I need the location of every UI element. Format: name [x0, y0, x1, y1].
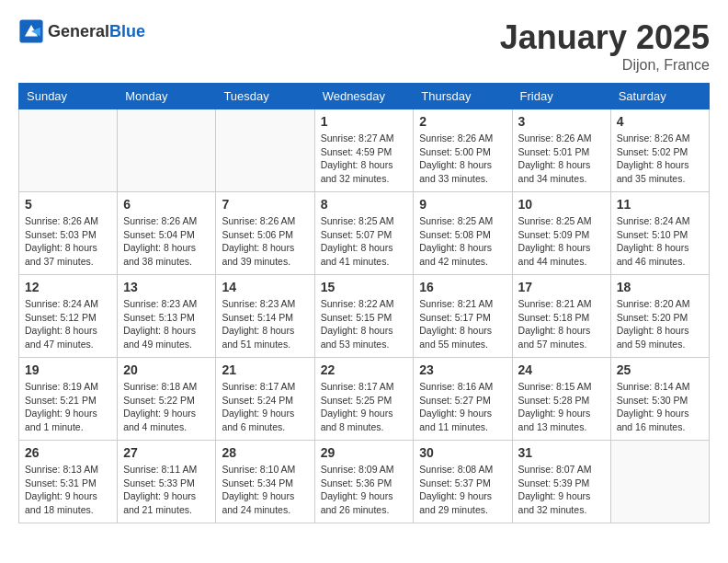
day-number: 11: [617, 197, 703, 212]
day-cell: 10Sunrise: 8:25 AMSunset: 5:09 PMDayligh…: [512, 192, 610, 275]
day-number: 13: [123, 280, 210, 294]
day-cell: 9Sunrise: 8:25 AMSunset: 5:08 PMDaylight…: [414, 192, 512, 275]
day-number: 26: [25, 445, 111, 460]
title-block: January 2025 Dijon, France: [500, 18, 710, 74]
logo-text: GeneralBlue: [48, 22, 145, 41]
day-cell: 13Sunrise: 8:23 AMSunset: 5:13 PMDayligh…: [118, 275, 216, 358]
day-number: 7: [222, 197, 308, 212]
day-info: Sunrise: 8:17 AMSunset: 5:25 PMDaylight:…: [321, 380, 408, 434]
day-number: 30: [419, 445, 506, 460]
day-info: Sunrise: 8:19 AMSunset: 5:21 PMDaylight:…: [25, 380, 111, 434]
day-info: Sunrise: 8:26 AMSunset: 5:06 PMDaylight:…: [222, 214, 308, 269]
day-cell: 8Sunrise: 8:25 AMSunset: 5:07 PMDaylight…: [314, 192, 414, 275]
day-cell: 16Sunrise: 8:21 AMSunset: 5:17 PMDayligh…: [414, 275, 512, 358]
day-info: Sunrise: 8:07 AMSunset: 5:39 PMDaylight:…: [518, 463, 605, 517]
day-info: Sunrise: 8:16 AMSunset: 5:27 PMDaylight:…: [419, 380, 506, 434]
weekday-header-thursday: Thursday: [414, 84, 512, 109]
day-number: 4: [617, 114, 703, 129]
day-number: 8: [321, 197, 408, 212]
day-number: 5: [25, 197, 111, 212]
day-cell: 3Sunrise: 8:26 AMSunset: 5:01 PMDaylight…: [512, 109, 610, 192]
day-info: Sunrise: 8:24 AMSunset: 5:10 PMDaylight:…: [617, 214, 703, 269]
day-info: Sunrise: 8:25 AMSunset: 5:08 PMDaylight:…: [419, 214, 506, 269]
day-number: 25: [617, 362, 703, 377]
day-cell: 15Sunrise: 8:22 AMSunset: 5:15 PMDayligh…: [314, 275, 414, 358]
day-info: Sunrise: 8:13 AMSunset: 5:31 PMDaylight:…: [25, 463, 111, 517]
day-cell: 1Sunrise: 8:27 AMSunset: 4:59 PMDaylight…: [314, 109, 414, 192]
day-info: Sunrise: 8:11 AMSunset: 5:33 PMDaylight:…: [123, 463, 210, 517]
logo-icon: [18, 18, 44, 44]
day-cell: 12Sunrise: 8:24 AMSunset: 5:12 PMDayligh…: [19, 275, 118, 358]
day-info: Sunrise: 8:22 AMSunset: 5:15 PMDaylight:…: [321, 297, 408, 351]
day-info: Sunrise: 8:08 AMSunset: 5:37 PMDaylight:…: [419, 463, 506, 517]
day-cell: 22Sunrise: 8:17 AMSunset: 5:25 PMDayligh…: [314, 358, 414, 441]
day-number: 31: [518, 445, 605, 460]
page-header: GeneralBlue January 2025 Dijon, France: [18, 18, 710, 74]
day-cell: 18Sunrise: 8:20 AMSunset: 5:20 PMDayligh…: [610, 275, 709, 358]
day-cell: 2Sunrise: 8:26 AMSunset: 5:00 PMDaylight…: [414, 109, 512, 192]
day-cell: 19Sunrise: 8:19 AMSunset: 5:21 PMDayligh…: [19, 358, 118, 441]
week-row-3: 12Sunrise: 8:24 AMSunset: 5:12 PMDayligh…: [19, 275, 710, 358]
day-number: 12: [25, 280, 111, 294]
weekday-header-wednesday: Wednesday: [314, 84, 414, 109]
day-number: 9: [419, 197, 506, 212]
day-number: 10: [518, 197, 605, 212]
day-cell: 20Sunrise: 8:18 AMSunset: 5:22 PMDayligh…: [118, 358, 216, 441]
day-number: 23: [419, 362, 506, 377]
month-title: January 2025: [500, 18, 710, 57]
day-cell: 14Sunrise: 8:23 AMSunset: 5:14 PMDayligh…: [216, 275, 314, 358]
week-row-5: 26Sunrise: 8:13 AMSunset: 5:31 PMDayligh…: [19, 441, 710, 523]
day-number: 20: [123, 362, 210, 377]
weekday-header-row: SundayMondayTuesdayWednesdayThursdayFrid…: [19, 84, 710, 109]
weekday-header-saturday: Saturday: [610, 84, 709, 109]
day-cell: 11Sunrise: 8:24 AMSunset: 5:10 PMDayligh…: [610, 192, 709, 275]
logo: GeneralBlue: [18, 18, 145, 44]
day-cell: [610, 441, 709, 523]
day-cell: 21Sunrise: 8:17 AMSunset: 5:24 PMDayligh…: [216, 358, 314, 441]
logo-blue: Blue: [109, 22, 145, 40]
day-cell: 6Sunrise: 8:26 AMSunset: 5:04 PMDaylight…: [118, 192, 216, 275]
day-cell: 24Sunrise: 8:15 AMSunset: 5:28 PMDayligh…: [512, 358, 610, 441]
day-info: Sunrise: 8:17 AMSunset: 5:24 PMDaylight:…: [222, 380, 308, 434]
day-info: Sunrise: 8:09 AMSunset: 5:36 PMDaylight:…: [321, 463, 408, 517]
day-number: 17: [518, 280, 605, 294]
weekday-header-tuesday: Tuesday: [216, 84, 314, 109]
week-row-4: 19Sunrise: 8:19 AMSunset: 5:21 PMDayligh…: [19, 358, 710, 441]
day-cell: 7Sunrise: 8:26 AMSunset: 5:06 PMDaylight…: [216, 192, 314, 275]
day-cell: 23Sunrise: 8:16 AMSunset: 5:27 PMDayligh…: [414, 358, 512, 441]
day-number: 24: [518, 362, 605, 377]
day-number: 16: [419, 280, 506, 294]
day-info: Sunrise: 8:27 AMSunset: 4:59 PMDaylight:…: [321, 132, 408, 186]
calendar-table: SundayMondayTuesdayWednesdayThursdayFrid…: [18, 83, 710, 523]
week-row-2: 5Sunrise: 8:26 AMSunset: 5:03 PMDaylight…: [19, 192, 710, 275]
day-info: Sunrise: 8:14 AMSunset: 5:30 PMDaylight:…: [617, 380, 703, 434]
day-number: 14: [222, 280, 308, 294]
day-cell: 27Sunrise: 8:11 AMSunset: 5:33 PMDayligh…: [118, 441, 216, 523]
day-cell: 28Sunrise: 8:10 AMSunset: 5:34 PMDayligh…: [216, 441, 314, 523]
day-info: Sunrise: 8:20 AMSunset: 5:20 PMDaylight:…: [617, 297, 703, 351]
day-number: 18: [617, 280, 703, 294]
day-number: 27: [123, 445, 210, 460]
day-info: Sunrise: 8:26 AMSunset: 5:01 PMDaylight:…: [518, 132, 605, 186]
day-number: 15: [321, 280, 408, 294]
day-cell: [118, 109, 216, 192]
day-cell: 25Sunrise: 8:14 AMSunset: 5:30 PMDayligh…: [610, 358, 709, 441]
day-number: 3: [518, 114, 605, 129]
day-cell: 29Sunrise: 8:09 AMSunset: 5:36 PMDayligh…: [314, 441, 414, 523]
day-number: 29: [321, 445, 408, 460]
day-cell: [216, 109, 314, 192]
day-info: Sunrise: 8:26 AMSunset: 5:02 PMDaylight:…: [617, 132, 703, 186]
day-info: Sunrise: 8:10 AMSunset: 5:34 PMDaylight:…: [222, 463, 308, 517]
day-info: Sunrise: 8:15 AMSunset: 5:28 PMDaylight:…: [518, 380, 605, 434]
logo-general: General: [48, 22, 109, 40]
day-number: 28: [222, 445, 308, 460]
day-cell: 5Sunrise: 8:26 AMSunset: 5:03 PMDaylight…: [19, 192, 118, 275]
day-cell: 30Sunrise: 8:08 AMSunset: 5:37 PMDayligh…: [414, 441, 512, 523]
day-info: Sunrise: 8:25 AMSunset: 5:07 PMDaylight:…: [321, 214, 408, 269]
day-info: Sunrise: 8:26 AMSunset: 5:04 PMDaylight:…: [123, 214, 210, 269]
day-cell: 31Sunrise: 8:07 AMSunset: 5:39 PMDayligh…: [512, 441, 610, 523]
day-number: 1: [321, 114, 408, 129]
week-row-1: 1Sunrise: 8:27 AMSunset: 4:59 PMDaylight…: [19, 109, 710, 192]
weekday-header-friday: Friday: [512, 84, 610, 109]
day-cell: 26Sunrise: 8:13 AMSunset: 5:31 PMDayligh…: [19, 441, 118, 523]
